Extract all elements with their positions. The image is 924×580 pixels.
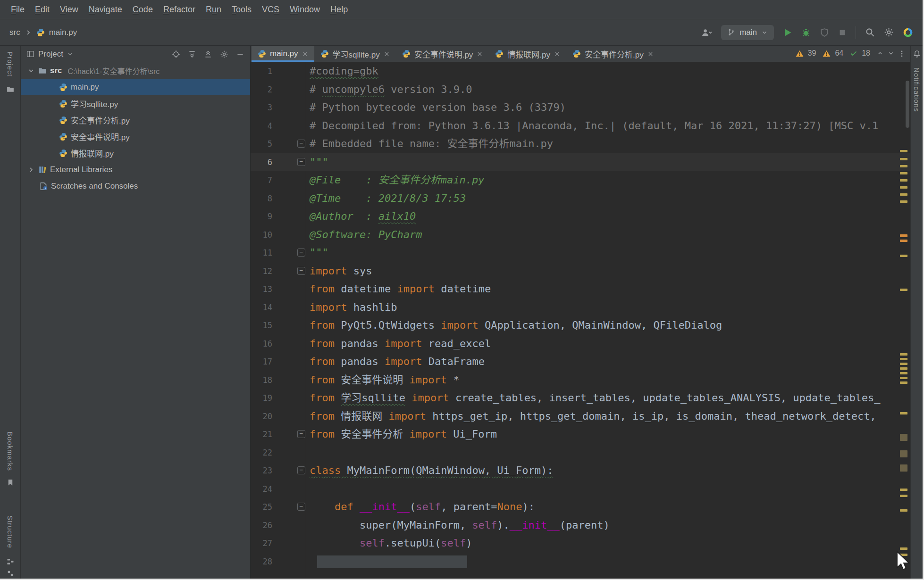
line-number[interactable]: 24 (251, 480, 272, 498)
line-number[interactable]: 16 (251, 335, 272, 353)
code-line-14[interactable]: 14import hashlib (251, 298, 910, 317)
line-number[interactable]: 22 (251, 444, 272, 462)
fold-marker-icon[interactable]: − (297, 267, 305, 275)
next-problem-chevron-icon[interactable] (888, 50, 894, 57)
error-stripe-mark[interactable] (900, 165, 907, 167)
error-stripe-mark[interactable] (900, 464, 907, 472)
code-text[interactable]: @Time : 2021/8/3 17:53 (310, 190, 910, 208)
error-stripe-mark[interactable] (900, 489, 907, 491)
code-line-20[interactable]: 20from 情报联网 import https_get_ip, https_g… (251, 407, 910, 426)
fold-marker-icon[interactable]: − (297, 158, 305, 166)
hide-panel-icon[interactable] (236, 50, 244, 58)
code-line-28[interactable]: 28 (251, 553, 910, 571)
code-line-24[interactable]: 24 (251, 480, 910, 498)
editor-tab-安全事件说明.py[interactable]: 安全事件说明.py (396, 46, 489, 62)
code-text[interactable]: # Embedded file name: 安全事件分析main.py (310, 135, 910, 153)
code-line-27[interactable]: 27 self.setupUi(self) (251, 534, 910, 553)
line-number[interactable]: 7 (251, 171, 272, 190)
tree-item-情报联网.py[interactable]: 情报联网.py (21, 145, 250, 161)
code-text[interactable]: def __init__(self, parent=None): (310, 498, 910, 516)
menu-code[interactable]: Code (127, 5, 158, 15)
menu-navigate[interactable]: Navigate (84, 5, 127, 15)
code-text[interactable]: #coding=gbk (310, 62, 910, 81)
line-number[interactable]: 1 (251, 62, 272, 81)
line-number[interactable]: 4 (251, 117, 272, 135)
code-text[interactable]: # Decompiled from: Python 3.6.13 |Anacon… (310, 117, 910, 135)
error-stripe-mark[interactable] (900, 367, 907, 370)
line-number[interactable]: 13 (251, 280, 272, 298)
code-text[interactable]: @Software: PyCharm (310, 226, 910, 244)
tab-close-icon[interactable] (302, 51, 308, 57)
line-number[interactable]: 3 (251, 99, 272, 117)
error-stripe-mark[interactable] (900, 150, 907, 152)
code-line-8[interactable]: 8@Time : 2021/8/3 17:53 (251, 190, 910, 208)
panel-settings-gear-icon[interactable] (220, 50, 228, 58)
error-stripe-mark[interactable] (900, 509, 907, 512)
code-text[interactable]: from 学习sqllite import create_tables, ins… (310, 389, 910, 407)
project-panel-title[interactable]: Project (38, 50, 63, 59)
code-text[interactable]: from 安全事件说明 import * (310, 371, 910, 389)
error-stripe-mark[interactable] (900, 200, 907, 203)
code-line-17[interactable]: 17from pandas import DataFrame (251, 353, 910, 371)
locate-file-icon[interactable] (172, 50, 180, 58)
codewithme-users-icon[interactable] (701, 27, 712, 38)
fold-marker-icon[interactable]: − (297, 430, 305, 438)
bookmark-icon[interactable] (7, 479, 14, 486)
stop-button[interactable] (838, 28, 847, 37)
debug-button[interactable] (801, 28, 811, 37)
chevron-down-icon[interactable] (67, 51, 73, 57)
tree-item-main.py[interactable]: main.py (21, 79, 250, 95)
code-text[interactable]: from pandas import DataFrame (310, 353, 910, 371)
code-line-12[interactable]: 12−import sys (251, 262, 910, 281)
error-stripe-mark[interactable] (900, 377, 907, 379)
code-text[interactable]: from 安全事件分析 import Ui_Form (310, 425, 910, 444)
tab-close-icon[interactable] (647, 51, 654, 57)
line-number[interactable]: 10 (251, 226, 272, 244)
error-stripe-mark[interactable] (900, 172, 907, 174)
error-stripe-mark[interactable] (900, 412, 907, 414)
code-text[interactable]: self.setupUi(self) (310, 534, 910, 553)
menu-run[interactable]: Run (201, 5, 227, 15)
notifications-bell-icon[interactable] (913, 50, 921, 58)
tree-item-src[interactable]: srcC:\hack\1-安全事件分析\src (21, 62, 250, 79)
line-number[interactable]: 8 (251, 190, 272, 208)
code-line-9[interactable]: 9@Author : ailx10 (251, 207, 910, 226)
code-line-11[interactable]: 11−""" (251, 244, 910, 262)
error-stripe-mark[interactable] (900, 353, 907, 356)
code-text[interactable]: # uncompyle6 version 3.9.0 (310, 81, 910, 99)
git-branch-selector[interactable]: main (721, 25, 774, 40)
tool-window-project-button[interactable]: Project (6, 51, 14, 77)
code-line-26[interactable]: 26 super(MyMainForm, self).__init__(pare… (251, 516, 910, 535)
code-text[interactable]: from pandas import read_excel (310, 335, 910, 353)
line-number[interactable]: 6 (251, 153, 272, 172)
line-number[interactable]: 19 (251, 389, 272, 407)
error-stripe-mark[interactable] (900, 434, 907, 441)
ide-features-icon[interactable] (903, 27, 913, 38)
prev-problem-chevron-icon[interactable] (877, 50, 883, 57)
code-line-7[interactable]: 7@File : 安全事件分析main.py (251, 171, 910, 190)
menu-edit[interactable]: Edit (30, 5, 55, 15)
code-editor[interactable]: 1#coding=gbk2# uncompyle6 version 3.9.03… (251, 62, 910, 579)
code-line-22[interactable]: 22 (251, 444, 910, 462)
chevron-right[interactable] (27, 166, 35, 174)
menu-vcs[interactable]: VCS (257, 5, 285, 15)
code-line-10[interactable]: 10@Software: PyCharm (251, 226, 910, 244)
menu-help[interactable]: Help (325, 5, 353, 15)
error-stripe-mark[interactable] (900, 186, 907, 189)
fold-marker-icon[interactable]: − (297, 140, 305, 148)
editor-tab-情报联网.py[interactable]: 情报联网.py (489, 46, 566, 62)
menu-refactor[interactable]: Refactor (158, 5, 201, 15)
menu-view[interactable]: View (55, 5, 84, 15)
line-number[interactable]: 20 (251, 407, 272, 426)
code-text[interactable]: # Python bytecode version base 3.6 (3379… (310, 99, 910, 117)
error-stripe-mark[interactable] (900, 381, 907, 384)
line-number[interactable]: 12 (251, 262, 272, 281)
run-button[interactable] (783, 28, 792, 37)
inspections-widget[interactable]: 39 64 18 (796, 49, 894, 58)
tab-close-icon[interactable] (384, 51, 390, 57)
code-text[interactable]: class MyMainForm(QMainWindow, Ui_Form): (310, 462, 910, 480)
breadcrumb-item[interactable]: main.py (49, 28, 77, 37)
line-number[interactable]: 18 (251, 371, 272, 389)
error-stripe-mark[interactable] (900, 255, 907, 257)
code-text[interactable]: @File : 安全事件分析main.py (310, 171, 910, 190)
